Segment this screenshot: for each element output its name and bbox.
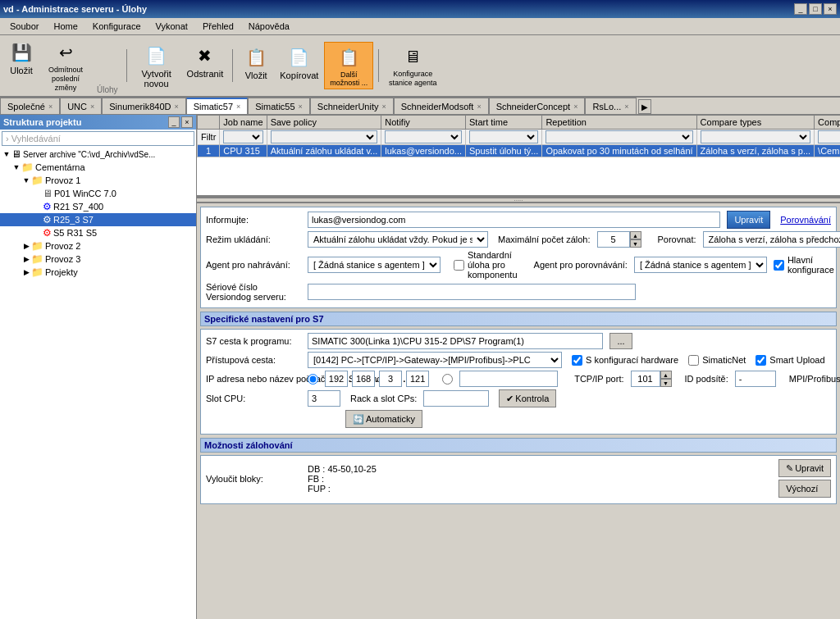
tab-simatic55[interactable]: Simatic55 × (248, 98, 310, 114)
tab-rslo[interactable]: RsLo... × (585, 98, 636, 114)
spinbox-up[interactable]: ▲ (630, 231, 641, 239)
tree-p01-wincc[interactable]: 🖥 P01 WinCC 7.0 (0, 187, 196, 200)
main-config-checkbox[interactable] (774, 260, 784, 271)
tree-r25-s7[interactable]: ⚙ R25_3 S7 (0, 213, 196, 226)
splitter[interactable]: ····· (197, 197, 840, 203)
tree-r31-s5[interactable]: ⚙ S5 R31 S5 (0, 226, 196, 239)
tree-cementarna[interactable]: ▼ 📁 Cementárna (0, 161, 196, 174)
spinbox-down[interactable]: ▼ (630, 239, 641, 248)
default-button[interactable]: Výchozí (778, 480, 831, 498)
tab-unc[interactable]: UNC × (60, 98, 102, 114)
tree-server-root[interactable]: ▼ 🖥 Server archive "C:\vd_Archiv\vdSe... (0, 148, 196, 161)
s7-section-title[interactable]: Specifické nastavení pro S7 (200, 312, 837, 326)
tab-scroll-right[interactable]: ▶ (638, 99, 651, 114)
max-backups-input[interactable] (597, 231, 630, 248)
std-task-checkbox[interactable] (454, 260, 464, 271)
panel-close-btn[interactable]: × (181, 116, 193, 128)
menu-soubor[interactable]: Soubor (3, 20, 45, 33)
edit-button[interactable]: Upravit (727, 211, 770, 229)
menu-napoveda[interactable]: Nápověda (242, 20, 296, 33)
s7-path-input[interactable] (308, 333, 603, 349)
tab-close-spolecne[interactable]: × (48, 102, 52, 111)
more-button[interactable]: 📋 Další možnosti ... (324, 42, 373, 89)
tab-schneidermodsoft[interactable]: SchneiderModsoft × (394, 98, 489, 114)
port-spinbox-down[interactable]: ▼ (660, 379, 672, 387)
filter-job-name[interactable] (220, 130, 267, 145)
ip-octet-2[interactable] (352, 371, 375, 387)
compare-select[interactable]: Záloha s verzí, záloha s předchozí záloh… (703, 231, 840, 248)
menu-prehled[interactable]: Přehled (196, 20, 240, 33)
tab-close-rslo[interactable]: × (624, 102, 628, 111)
agent-config-button[interactable]: 🖥 Konfigurace stanice agenta (384, 41, 441, 90)
search-input[interactable] (2, 131, 194, 146)
menu-konfigurace[interactable]: Konfigurace (86, 20, 148, 33)
s7-browse-button[interactable]: ... (609, 333, 632, 349)
ip-octet-4[interactable] (406, 371, 429, 387)
agent-compare-select[interactable]: [ Žádná stanice s agentem ] (634, 257, 767, 273)
tab-simatic57[interactable]: Simatic57 × (186, 98, 249, 114)
filter-job-select[interactable] (223, 130, 262, 143)
tab-close-unc[interactable]: × (90, 102, 94, 111)
tab-schneiderconcept[interactable]: SchneiderConcept × (489, 98, 586, 114)
filter-save-select[interactable] (271, 130, 378, 143)
maximize-btn[interactable]: □ (809, 3, 822, 15)
tree-provoz1[interactable]: ▼ 📁 Provoz 1 (0, 174, 196, 187)
subnet-input[interactable] (735, 371, 776, 387)
simaticnet-checkbox[interactable] (688, 355, 699, 366)
serial-input[interactable] (308, 284, 636, 300)
filter-compare[interactable] (696, 130, 815, 145)
agent-upload-select[interactable]: [ Žádná stanice s agentem ] (308, 257, 441, 273)
port-spinbox-up[interactable]: ▲ (660, 371, 672, 379)
filter-notifiy-select[interactable] (385, 130, 462, 143)
tab-close-schneiderunity[interactable]: × (381, 102, 386, 111)
new-button[interactable]: 📄 Vytvořit novou (132, 40, 181, 91)
check-button[interactable]: ✔ Kontrola (499, 389, 556, 407)
tab-close-schneiderconcept[interactable]: × (573, 102, 578, 111)
inform-input[interactable] (308, 212, 720, 228)
menu-vykonat[interactable]: Vykonat (149, 20, 194, 33)
minimize-btn[interactable]: _ (794, 3, 807, 15)
menu-home[interactable]: Home (47, 20, 84, 33)
hw-config-checkbox[interactable] (572, 355, 582, 366)
save-mode-select[interactable]: Aktuální zálohu ukládat vždy. Pokud je s… (308, 231, 488, 248)
tab-close-sinumerik[interactable]: × (174, 102, 178, 111)
slot-input[interactable] (308, 390, 340, 407)
filter-repetition[interactable] (542, 130, 696, 145)
tab-schneiderunity[interactable]: SchneiderUnity × (310, 98, 394, 114)
filter-rep-select[interactable] (546, 130, 692, 143)
tcp-port-input[interactable] (631, 371, 660, 387)
auto-button[interactable]: 🔄 Automaticky (345, 410, 422, 428)
tab-spolecne[interactable]: Společné × (0, 98, 60, 114)
tree-projekty[interactable]: ▶ 📁 Projekty (0, 266, 196, 279)
access-path-select[interactable]: [0142] PC->[TCP/IP]->Gateway->[MPI/Profi… (308, 352, 562, 368)
tab-close-simatic55[interactable]: × (299, 102, 303, 111)
copy-button[interactable]: 📄 Kopírovat (276, 42, 322, 89)
delete-button[interactable]: ✖ Odstranit (183, 40, 228, 91)
close-btn[interactable]: × (824, 3, 837, 15)
save-button[interactable]: 💾 Uložit (3, 37, 39, 94)
ip-octet-3[interactable] (379, 371, 402, 387)
ip-radio-ip[interactable] (308, 374, 318, 385)
dns-input[interactable] (459, 371, 558, 387)
panel-min-btn[interactable]: _ (168, 116, 180, 128)
ip-radio-dns[interactable] (442, 374, 453, 385)
tree-provoz2[interactable]: ▶ 📁 Provoz 2 (0, 239, 196, 253)
tree-r21-s7[interactable]: ⚙ R21 S7_400 (0, 200, 196, 213)
filter-comp-select[interactable] (818, 130, 840, 143)
compare-link[interactable]: Porovnávání (780, 215, 831, 225)
rack-input[interactable] (423, 390, 489, 407)
filter-start-time[interactable] (466, 130, 542, 145)
smart-upload-checkbox[interactable] (756, 355, 766, 366)
edit-exclude-button[interactable]: ✎ Upravit (778, 459, 831, 477)
tab-close-schneidermodsoft[interactable]: × (477, 102, 481, 111)
revert-button[interactable]: ↩ Odmítnout poslední změny (41, 37, 90, 94)
table-row[interactable]: 1 CPU 315 Aktuální zálohu ukládat v... l… (198, 145, 841, 157)
filter-save-policy[interactable] (267, 130, 381, 145)
ip-octet-1[interactable] (325, 371, 348, 387)
filter-start-select[interactable] (469, 130, 538, 143)
tree-provoz3[interactable]: ▶ 📁 Provoz 3 (0, 253, 196, 266)
backup-section-title[interactable]: Možnosti zálohování (200, 438, 837, 453)
filter-notifiy[interactable] (381, 130, 466, 145)
tab-close-simatic57[interactable]: × (236, 102, 240, 111)
paste-button[interactable]: 📋 Vložit (238, 42, 274, 89)
